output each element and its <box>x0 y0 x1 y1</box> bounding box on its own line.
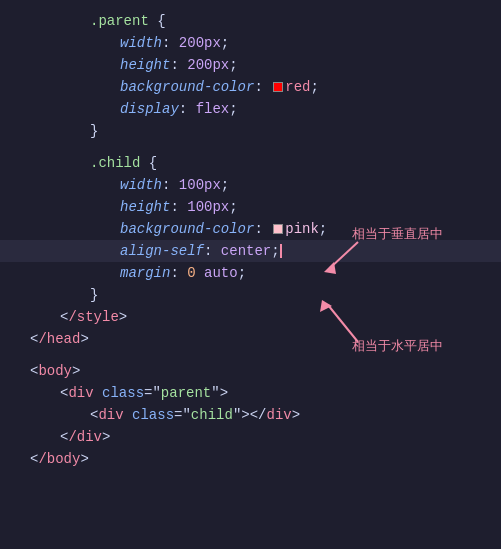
css-value: 200px <box>179 35 221 51</box>
html-tag: div <box>77 429 102 445</box>
color-swatch-pink <box>273 224 283 234</box>
empty-line <box>0 142 501 152</box>
code-line: < body > <box>0 360 501 382</box>
css-value: center <box>221 243 271 259</box>
css-property: height <box>120 199 170 215</box>
code-line: display : flex ; <box>0 98 501 120</box>
code-line: < div class =" child "></ div > <box>0 404 501 426</box>
css-value: auto <box>204 265 238 281</box>
code-line: < div class =" parent "> <box>0 382 501 404</box>
css-value: 100px <box>187 199 229 215</box>
html-attr-value: parent <box>161 385 211 401</box>
code-line: } <box>0 120 501 142</box>
code-editor: .parent { width : 200px ; height : 200px… <box>0 0 501 549</box>
code-line: margin : 0 auto ; <box>0 262 501 284</box>
open-brace: { <box>157 13 165 29</box>
css-property: margin <box>120 265 170 281</box>
css-value: 200px <box>187 57 229 73</box>
html-tag: div <box>266 407 291 423</box>
code-line-highlighted: align-self : center ; <box>0 240 501 262</box>
code-line: background-color : red ; <box>0 76 501 98</box>
code-line: } <box>0 284 501 306</box>
css-property: width <box>120 35 162 51</box>
html-attr: class <box>132 407 174 423</box>
css-value: flex <box>196 101 230 117</box>
css-value: 100px <box>179 177 221 193</box>
text-cursor <box>280 244 282 258</box>
html-tag: div <box>98 407 123 423</box>
css-property: background-color <box>120 79 254 95</box>
code-line: .parent { <box>0 10 501 32</box>
css-property: width <box>120 177 162 193</box>
code-line: < / div > <box>0 426 501 448</box>
html-tag: style <box>77 309 119 325</box>
code-line: < / head > <box>0 328 501 350</box>
css-value: 0 <box>187 265 195 281</box>
open-brace: { <box>149 155 157 171</box>
html-tag: body <box>38 363 72 379</box>
color-swatch-red <box>273 82 283 92</box>
css-selector: .parent <box>90 13 149 29</box>
css-value: pink <box>285 221 319 237</box>
css-property: align-self <box>120 243 204 259</box>
code-line: .child { <box>0 152 501 174</box>
css-selector: .child <box>90 155 140 171</box>
code-line: background-color : pink ; <box>0 218 501 240</box>
html-tag: head <box>47 331 81 347</box>
html-attr: class <box>102 385 144 401</box>
close-brace: } <box>90 123 98 139</box>
css-property: display <box>120 101 179 117</box>
code-line: width : 200px ; <box>0 32 501 54</box>
code-line: height : 100px ; <box>0 196 501 218</box>
close-brace: } <box>90 287 98 303</box>
html-attr-value: child <box>191 407 233 423</box>
code-line: < / body > <box>0 448 501 470</box>
html-tag: body <box>47 451 81 467</box>
code-line: < / style > <box>0 306 501 328</box>
code-line: height : 200px ; <box>0 54 501 76</box>
code-line: width : 100px ; <box>0 174 501 196</box>
css-property: height <box>120 57 170 73</box>
empty-line <box>0 350 501 360</box>
html-tag: div <box>68 385 93 401</box>
css-property: background-color <box>120 221 254 237</box>
css-value: red <box>285 79 310 95</box>
